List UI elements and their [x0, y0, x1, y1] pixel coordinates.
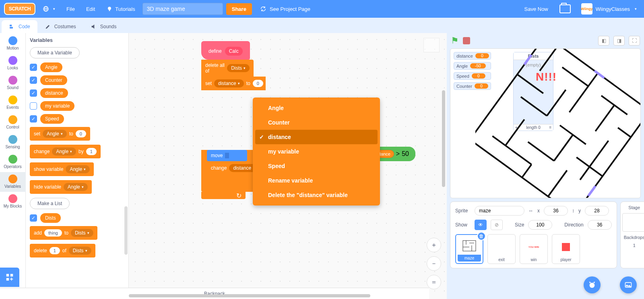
stage-fullscreen-button[interactable]: ⛶	[629, 36, 640, 46]
category-looks[interactable]: Looks	[0, 54, 26, 73]
sprite-size-input[interactable]	[528, 220, 552, 230]
var-reporter-Angle[interactable]: Angle	[40, 62, 62, 72]
var-checkbox-my variable[interactable]	[30, 102, 37, 110]
variable-dropdown-menu[interactable]: AngleCounterdistancemy variableSpeed Ren…	[253, 98, 380, 206]
dropdown-rename[interactable]: Rename variable	[255, 173, 378, 188]
var-checkbox-Counter[interactable]	[30, 77, 37, 84]
category-control[interactable]: Control	[0, 113, 26, 133]
delete-all-block[interactable]: delete all of Dists	[201, 60, 254, 77]
palette-scrollbar[interactable]	[124, 206, 128, 255]
var-reporter-my variable[interactable]: my variable	[40, 101, 74, 111]
dropdown-item-Counter[interactable]: Counter	[255, 115, 378, 130]
define-hat[interactable]: define Calc	[201, 41, 250, 60]
sprite-card-player[interactable]: player	[552, 234, 580, 264]
category-events[interactable]: Events	[0, 93, 26, 113]
move-block[interactable]: move	[207, 150, 247, 161]
script-workspace[interactable]: define Calc delete all of Dists set dist…	[129, 33, 447, 299]
tab-sounds[interactable]: Sounds	[83, 20, 124, 33]
block-add-to-list[interactable]: add thing to Dists	[30, 226, 97, 240]
var-reporter-Counter[interactable]: Counter	[40, 75, 67, 85]
script-stack[interactable]: define Calc delete all of Dists set dist…	[201, 41, 375, 199]
add-backdrop-fab[interactable]	[620, 276, 637, 293]
stop-button[interactable]	[463, 37, 470, 44]
dropdown-item-my-variable[interactable]: my variable	[255, 144, 378, 159]
block-show-variable[interactable]: show variable Angle	[30, 162, 94, 176]
scratch-logo[interactable]: SCRATCH	[4, 3, 35, 15]
category-my-blocks[interactable]: My Blocks	[0, 192, 26, 212]
del-idx-slot[interactable]: 1	[50, 247, 60, 254]
category-sound[interactable]: Sound	[0, 73, 26, 93]
list-checkbox-Dists[interactable]	[30, 214, 37, 222]
tab-code[interactable]: Code	[2, 20, 37, 33]
gt-val[interactable]: 50	[402, 150, 409, 158]
sprite-y-input[interactable]	[585, 206, 609, 216]
language-menu[interactable]	[39, 3, 59, 15]
hide-sprite-button[interactable]: ⊘	[491, 220, 503, 230]
add-extension-button[interactable]	[0, 268, 19, 287]
zoom-reset-button[interactable]: ＝	[427, 275, 441, 289]
del-list-dropdown[interactable]: Dists	[69, 247, 91, 255]
set-var-dd[interactable]: distance	[214, 79, 244, 87]
maze-sprite[interactable]	[475, 48, 641, 198]
stage-large-button[interactable]: ◨	[613, 36, 625, 46]
var-reporter-distance[interactable]: distance	[40, 88, 68, 98]
set-val-slot[interactable]: 0	[253, 80, 263, 87]
file-menu[interactable]: File	[62, 4, 79, 15]
add-list-dropdown[interactable]: Dists	[71, 229, 93, 237]
list-reporter-Dists[interactable]: Dists	[40, 213, 61, 223]
block-delete-from-list[interactable]: delete 1 of Dists	[30, 244, 95, 257]
dropdown-delete[interactable]: Delete the "distance" variable	[255, 188, 378, 202]
make-variable-button[interactable]: Make a Variable	[30, 47, 80, 58]
block-set-variable[interactable]: set Angle to 0	[30, 127, 90, 141]
category-sensing[interactable]: Sensing	[0, 133, 26, 152]
move-steps[interactable]	[225, 153, 229, 158]
block-hide-variable[interactable]: hide variable Angle	[30, 180, 92, 194]
green-flag[interactable]: ⚑	[451, 35, 459, 46]
change-value-slot[interactable]: 1	[86, 148, 97, 155]
delete-list-dd[interactable]: Dists	[227, 64, 250, 72]
var-checkbox-Speed[interactable]	[30, 115, 37, 123]
add-sprite-fab[interactable]	[584, 276, 601, 293]
share-button[interactable]: Share	[226, 3, 252, 15]
block-change-variable[interactable]: change Angle by 1	[30, 145, 101, 158]
zoom-out-button[interactable]: －	[427, 256, 441, 271]
change-var-dropdown[interactable]: Angle	[52, 147, 76, 156]
show-sprite-button[interactable]: 👁	[475, 220, 487, 230]
set-distance-block[interactable]: set distance to 0	[201, 77, 266, 90]
var-checkbox-distance[interactable]	[30, 89, 37, 97]
project-title-input[interactable]	[142, 3, 223, 15]
show-var-dropdown[interactable]: Angle	[66, 165, 90, 173]
var-checkbox-Angle[interactable]	[30, 64, 37, 71]
workspace-scrollbar-h[interactable]	[129, 294, 370, 297]
category-motion[interactable]: Motion	[0, 34, 26, 54]
delete-sprite-icon[interactable]: 🗑	[477, 232, 486, 241]
save-now[interactable]: Save Now	[520, 4, 552, 15]
hide-var-dropdown[interactable]: Angle	[64, 183, 88, 191]
my-stuff[interactable]	[555, 2, 575, 16]
make-list-button[interactable]: Make a List	[30, 198, 70, 209]
stage-thumbnail[interactable]	[622, 213, 644, 232]
category-operators[interactable]: Operators	[0, 152, 26, 172]
dropdown-item-Angle[interactable]: Angle	[255, 101, 378, 115]
add-thing-slot[interactable]: thing	[44, 229, 62, 237]
workspace-scrollbar-v[interactable]	[442, 66, 445, 227]
edit-menu[interactable]: Edit	[82, 4, 99, 15]
sprite-x-input[interactable]	[544, 206, 568, 216]
user-menu[interactable]: Wiingy WiingyClasses	[578, 2, 640, 16]
set-value-slot[interactable]: 0	[76, 130, 86, 137]
stage-small-button[interactable]: ◧	[598, 36, 609, 46]
dropdown-item-Speed[interactable]: Speed	[255, 159, 378, 173]
sprite-card-win[interactable]: YOU WINwin	[520, 234, 548, 264]
sprite-dir-input[interactable]	[588, 220, 612, 230]
stage-selector[interactable]: Stage Backdrops 1	[620, 201, 644, 268]
category-variables[interactable]: Variables	[0, 172, 26, 192]
var-reporter-Speed[interactable]: Speed	[40, 114, 64, 124]
stage[interactable]: distance0Angle-50Speed0Counter0 Dists (e…	[450, 48, 641, 198]
see-project-page[interactable]: See Project Page	[255, 3, 315, 15]
sprite-card-maze[interactable]: 🗑maze	[455, 234, 483, 264]
tab-costumes[interactable]: Costumes	[37, 20, 83, 33]
sprite-card-exit[interactable]: exit	[487, 234, 516, 264]
dropdown-item-distance[interactable]: distance	[255, 130, 378, 144]
outer-c-bottom[interactable]: ↻	[201, 192, 246, 199]
tutorials-button[interactable]: Tutorials	[102, 3, 139, 15]
